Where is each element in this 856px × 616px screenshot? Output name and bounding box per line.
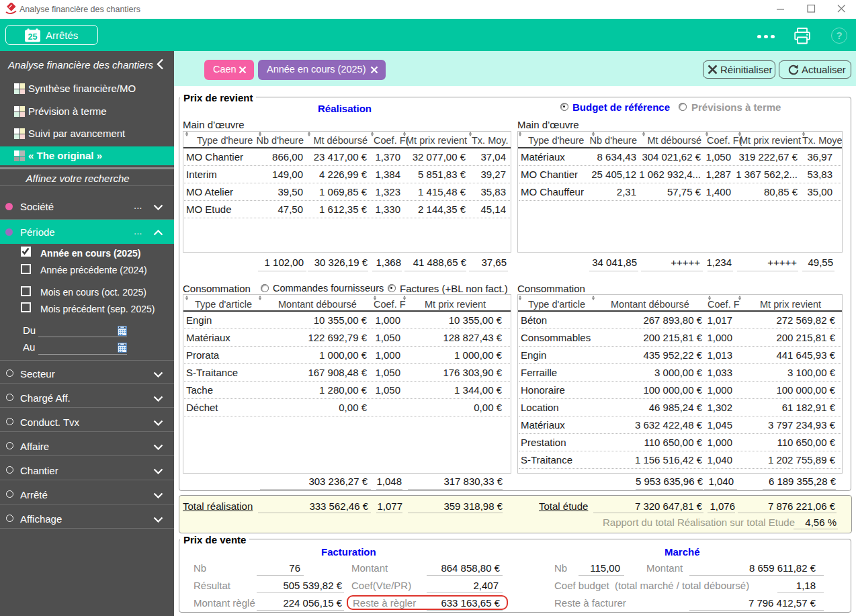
svg-text:25: 25: [28, 32, 38, 42]
